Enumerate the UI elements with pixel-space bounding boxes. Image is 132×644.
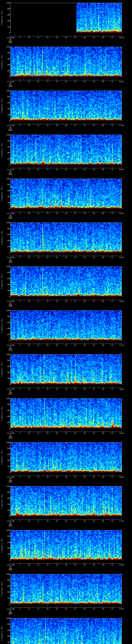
spectrogram-panel-192300: Frequency (Hz)1000800600400200019:23:001… [0,615,132,644]
x-tick-label: 55 [112,81,113,82]
x-tick-label: 5 [19,81,20,82]
x-tick-label: 20 [47,564,48,566]
y-tick-label: 1000 [4,266,10,268]
x-tick-label: 35 [74,476,76,478]
y-tick-label: 1000 [4,90,10,92]
x-tick-label: 10 [28,257,30,258]
date-line: 2016 [8,393,12,395]
x-tick-label: 40 [84,520,86,522]
x-tick-label: 10 [28,81,30,82]
y-tick-label: 0 [4,296,10,297]
x-tick-label: 45 [93,388,95,390]
y-tick-label: 400 [4,635,10,637]
x-tick-label: 20 [47,257,48,258]
x-tick-label: 45 [93,300,95,302]
x-tick-label: 5 [19,37,20,38]
y-tick-label: 400 [4,108,10,110]
x-tick-label: 35 [74,169,76,170]
x-tick-label: 45 [93,37,95,38]
x-tick-label: 45 [93,213,95,214]
x-tick-label: 55 [112,300,113,302]
date-line: 2016 [8,349,12,351]
y-tick-label: 200 [4,70,10,72]
y-tick-label: 600 [4,146,10,148]
x-tick-label: 25 [56,300,58,302]
x-tick-label: 15 [38,213,39,214]
x-tick-label: 20 [47,344,48,346]
x-tick-label: 15 [38,608,39,610]
x-end-time-label: 20:00 [119,476,124,478]
y-tick-label: 800 [4,228,10,230]
x-tick-label: 40 [84,300,86,302]
y-tick-label: 800 [4,624,10,625]
y-tick-label: 0 [4,516,10,517]
y-axis-title: Frequency (Hz) [1,582,2,596]
x-tick-label: 20 [47,81,48,82]
x-tick-label: 35 [74,520,76,522]
y-tick-label: 800 [4,579,10,581]
x-tick-label: 35 [74,608,76,610]
x-start-time-label: 19:11:00 [7,125,14,126]
x-start-time-label: 19:13:00 [7,213,14,214]
x-tick-label: 55 [112,125,113,126]
y-tick-label: 200 [4,510,10,511]
y-tick-label: 600 [4,410,10,411]
y-tick-label: 400 [4,416,10,417]
y-tick-label: 0 [4,603,10,605]
y-tick-label: 200 [4,26,10,28]
x-tick-label: 10 [28,388,30,390]
spectrogram-panel-191100: Frequency (Hz)1000800600400200019:11:001… [0,88,132,132]
y-axis-title: Frequency (Hz) [1,494,2,509]
x-end-time-label: 16:00 [119,300,124,302]
x-tick-label: 35 [74,257,76,258]
y-tick-label: 400 [4,591,10,593]
y-tick-label: 1000 [4,134,10,136]
y-tick-label: 600 [4,58,10,60]
spectrogram-panel-192100: Frequency (Hz)1000800600400200019:21:001… [0,527,132,571]
x-start-time-label: 19:09:00 [7,37,14,38]
x-tick-label: 55 [112,476,113,478]
y-tick-label: 400 [4,64,10,66]
y-tick-label: 600 [4,542,10,543]
x-end-time-label: 13:00 [119,169,124,170]
x-tick-label: 35 [74,81,76,82]
y-tick-label: 1000 [4,442,10,443]
x-tick-label: 25 [56,388,58,390]
x-end-time-label: 15:00 [119,257,124,258]
y-axis-title: Frequency (Hz) [1,450,2,465]
x-tick-label: 55 [112,344,113,346]
x-tick-label: 55 [112,432,113,434]
x-tick-label: 50 [102,169,104,170]
y-tick-label: 1000 [4,310,10,311]
x-tick-label: 25 [56,125,58,126]
x-tick-label: 15 [38,169,39,170]
x-tick-label: 55 [112,564,113,566]
y-tick-label: 400 [4,548,10,549]
x-tick-label: 20 [47,37,48,38]
y-tick-label: 0 [4,32,10,34]
x-start-time-label: 19:10:00 [7,81,14,82]
x-start-time-label: 19:15:00 [7,300,14,302]
x-tick-label: 25 [56,344,58,346]
date-line: 2016 [8,481,12,483]
x-tick-label: 25 [56,81,58,82]
y-tick-label: 800 [4,492,10,493]
y-tick-label: 800 [4,140,10,142]
y-tick-label: 0 [4,164,10,166]
x-tick-label: 40 [84,344,86,346]
y-tick-label: 1000 [4,486,10,487]
x-tick-label: 30 [65,608,67,610]
x-tick-label: 45 [93,344,95,346]
x-tick-label: 40 [84,125,86,126]
x-tick-label: 40 [84,432,86,434]
x-end-time-label: 14:00 [119,213,124,214]
x-end-time-label: 12:00 [119,125,124,126]
x-tick-label: 15 [38,300,39,302]
x-tick-label: 45 [93,125,95,126]
x-tick-label: 40 [84,388,86,390]
y-tick-label: 800 [4,96,10,98]
x-tick-label: 25 [56,213,58,214]
x-start-time-label: 19:12:00 [7,169,14,170]
x-tick-label: 25 [56,169,58,170]
y-axis-title: Frequency (Hz) [1,362,2,377]
